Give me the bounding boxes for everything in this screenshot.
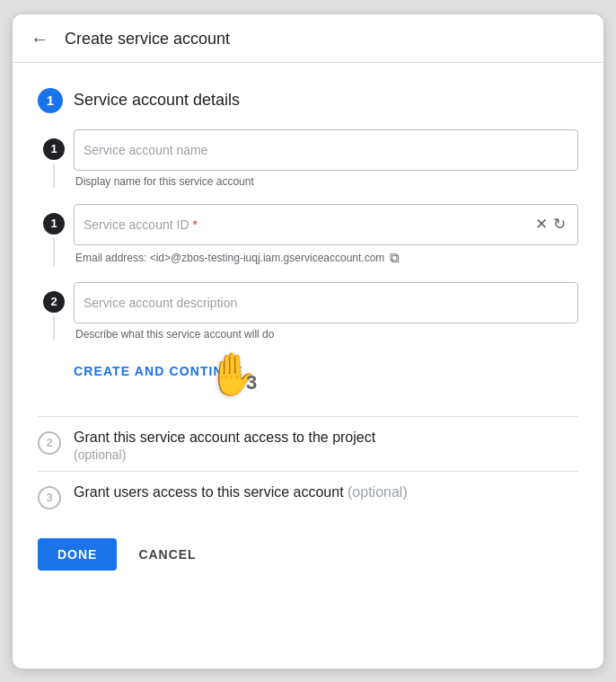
- back-icon: ←: [31, 29, 48, 49]
- step3-title: Grant users access to this service accou…: [74, 484, 408, 500]
- dialog-title: Create service account: [65, 30, 230, 49]
- connector-line-3: [53, 316, 55, 341]
- name-input-row: [74, 129, 578, 171]
- refresh-id-button[interactable]: ↻: [550, 215, 568, 234]
- service-account-name-input[interactable]: [84, 143, 568, 157]
- create-service-account-dialog: ← Create service account 1 Service accou…: [12, 13, 604, 669]
- desc-hint: Describe what this service account will …: [74, 328, 578, 341]
- lower-section-2: 3 Grant users access to this service acc…: [13, 472, 603, 518]
- clear-id-button[interactable]: ✕: [532, 215, 550, 234]
- desc-step-num: 2: [43, 291, 65, 313]
- clear-icon: ✕: [535, 215, 548, 234]
- id-step-num: 1: [43, 213, 65, 235]
- step3-content: Grant users access to this service accou…: [74, 484, 408, 500]
- section1-header: 1 Service account details: [38, 88, 578, 113]
- cancel-button[interactable]: CANCEL: [131, 538, 203, 571]
- step3-num: 3: [46, 491, 52, 504]
- id-input-row: Service account ID * ✕ ↻: [74, 204, 578, 245]
- step2-circle: 2: [38, 431, 61, 455]
- cursor-number: 3: [246, 371, 257, 394]
- create-and-continue-button[interactable]: CREATE AND CONTINUE: [74, 357, 243, 385]
- action-row: CREATE AND CONTINUE 🤚 3: [74, 357, 578, 385]
- name-field-group: 1 Display name for this service account: [38, 129, 578, 188]
- step2-optional-sub: (optional): [74, 447, 375, 462]
- service-account-desc-input[interactable]: [84, 296, 568, 310]
- desc-connector: 2: [38, 282, 70, 341]
- copy-icon[interactable]: ⧉: [390, 250, 400, 266]
- id-label: Service account ID *: [84, 217, 198, 232]
- step1-circle: 1: [38, 88, 63, 113]
- name-hint: Display name for this service account: [74, 175, 578, 188]
- name-connector: 1: [38, 129, 70, 188]
- lower-section: 2 Grant this service account access to t…: [13, 417, 603, 471]
- step3-circle: 3: [38, 486, 61, 509]
- id-field-group: 1 Service account ID * ✕ ↻ Email address…: [38, 204, 578, 266]
- connector-line-1: [53, 164, 55, 188]
- step2-num: 2: [46, 436, 52, 449]
- required-star: *: [192, 217, 197, 232]
- refresh-icon: ↻: [553, 215, 566, 234]
- done-button[interactable]: DONE: [38, 538, 117, 571]
- id-field-col: Service account ID * ✕ ↻ Email address: …: [70, 204, 578, 266]
- desc-field-group: 2 Describe what this service account wil…: [38, 282, 578, 341]
- id-connector: 1: [38, 204, 70, 266]
- lower-step-3: 3 Grant users access to this service acc…: [38, 472, 578, 518]
- back-button[interactable]: ←: [27, 27, 52, 51]
- step3-optional: (optional): [348, 484, 408, 500]
- step1-title: Service account details: [74, 91, 240, 110]
- dialog-body: 1 Service account details 1 Display name…: [13, 63, 603, 416]
- email-address-text: Email address: <id>@zbos-testing-iuqj.ia…: [75, 252, 384, 264]
- desc-input-row: [74, 282, 578, 323]
- name-step-num: 1: [43, 138, 65, 160]
- dialog-footer: DONE CANCEL: [13, 526, 603, 587]
- desc-field-col: Describe what this service account will …: [70, 282, 578, 341]
- service-account-id-input[interactable]: [205, 217, 532, 232]
- email-row: Email address: <id>@zbos-testing-iuqj.ia…: [74, 250, 578, 266]
- lower-step-2: 2 Grant this service account access to t…: [38, 417, 578, 471]
- name-field-col: Display name for this service account: [70, 129, 578, 188]
- dialog-header: ← Create service account: [13, 14, 603, 63]
- connector-line-2: [53, 238, 55, 266]
- step2-title: Grant this service account access to the…: [74, 430, 375, 445]
- step2-content: Grant this service account access to the…: [74, 430, 375, 462]
